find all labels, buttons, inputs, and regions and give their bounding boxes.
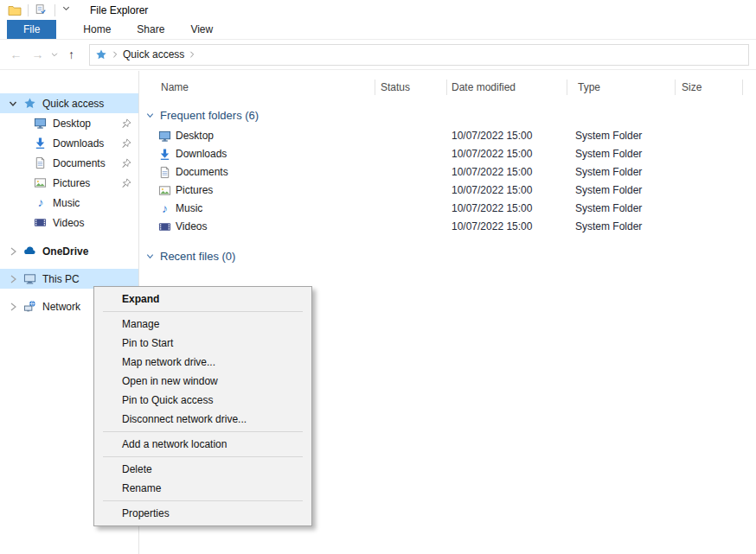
sidebar-item-quick-access[interactable]: Quick access [0,93,138,113]
context-menu-item-pin-to-quick-access[interactable]: Pin to Quick access [94,391,311,410]
titlebar: File Explorer [0,0,756,20]
tab-home[interactable]: Home [70,20,124,39]
documents-icon [158,166,171,179]
row-type: System Folder [575,130,642,142]
folder-icon[interactable] [8,3,22,17]
row-type: System Folder [575,148,642,160]
section-chevron-down-icon[interactable] [145,252,155,261]
context-menu-separator [103,431,303,432]
context-menu-separator [103,500,303,501]
network-icon [23,300,37,314]
up-button[interactable]: ↑ [61,44,82,65]
recent-files-header[interactable]: Recent files (0) [145,250,756,263]
row-type: System Folder [575,184,642,196]
row-date-modified: 10/07/2022 15:00 [452,202,532,214]
sidebar-item-label: Quick access [42,98,104,110]
sidebar-item-documents[interactable]: Documents [0,153,138,173]
sidebar-item-music[interactable]: ♪ Music [0,193,138,213]
videos-icon [158,220,171,233]
collapse-chevron-icon[interactable] [8,274,18,284]
context-menu-item-disconnect-network-drive[interactable]: Disconnect network drive... [94,410,311,429]
pin-icon [121,178,131,188]
titlebar-separator [54,4,55,16]
downloads-icon [158,148,171,161]
table-row[interactable]: Documents 10/07/2022 15:00 System Folder [139,163,756,181]
sidebar-item-label: Network [42,301,80,313]
row-name: Desktop [176,130,214,142]
context-menu-item-properties[interactable]: Properties [94,504,311,523]
section-title: Recent files (0) [160,250,235,263]
chevron-down-icon [50,50,59,59]
row-type: System Folder [575,220,642,232]
collapse-chevron-icon[interactable] [8,302,18,312]
tab-share[interactable]: Share [124,20,177,39]
table-row[interactable]: Videos 10/07/2022 15:00 System Folder [139,218,756,236]
customize-toolbar-chevron-icon[interactable] [61,3,75,17]
row-name: Downloads [176,148,227,160]
context-menu-item-delete[interactable]: Delete [94,460,311,479]
column-divider[interactable] [446,80,447,95]
quick-toolbar-properties-icon[interactable] [35,3,48,17]
context-menu-item-pin-to-start[interactable]: Pin to Start [94,334,311,353]
context-menu-item-add-network-location[interactable]: Add a network location [94,435,311,454]
collapse-chevron-icon[interactable] [8,246,18,257]
expand-chevron-icon[interactable] [8,99,18,109]
column-header-status[interactable]: Status [381,81,410,93]
sidebar-item-desktop[interactable]: Desktop [0,113,138,133]
context-menu-item-manage[interactable]: Manage [94,315,311,334]
row-name: Pictures [176,184,213,196]
quick-access-star-icon [23,97,37,111]
window-title: File Explorer [90,4,148,16]
forward-button[interactable]: → [27,44,48,65]
back-button[interactable]: ← [5,44,27,65]
row-type: System Folder [575,166,642,178]
sidebar-item-pictures[interactable]: Pictures [0,173,138,193]
tab-view[interactable]: View [177,20,226,39]
column-header-size[interactable]: Size [682,81,702,93]
sidebar-item-label: Videos [53,217,84,229]
column-divider[interactable] [742,80,743,95]
column-header-date-modified[interactable]: Date modified [452,81,516,93]
context-menu-separator [103,456,303,457]
context-menu-item-expand[interactable]: Expand [94,290,311,309]
sidebar-item-label: This PC [42,273,80,285]
sidebar-item-downloads[interactable]: Downloads [0,133,138,153]
breadcrumb-chevron-icon[interactable] [112,50,119,59]
pictures-icon [158,184,171,197]
this-pc-monitor-icon [23,272,37,286]
breadcrumb-quick-access[interactable]: Quick access [123,48,184,60]
column-divider[interactable] [375,80,375,95]
table-row[interactable]: Pictures 10/07/2022 15:00 System Folder [139,181,756,200]
sidebar-item-label: Downloads [53,137,104,150]
context-menu-item-open-in-new-window[interactable]: Open in new window [94,372,311,391]
sidebar-item-label: Documents [53,157,106,169]
pictures-icon [34,176,48,190]
downloads-icon [34,137,48,150]
row-name: Music [176,202,202,214]
table-row[interactable]: ♪ Music 10/07/2022 15:00 System Folder [139,200,756,218]
column-divider[interactable] [567,80,567,95]
titlebar-separator [28,4,29,16]
recent-locations-dropdown[interactable] [48,44,61,65]
column-divider[interactable] [675,80,676,95]
row-name: Documents [176,166,228,178]
address-input[interactable]: Quick access [89,44,749,66]
up-arrow-icon: ↑ [68,48,74,61]
context-menu-item-rename[interactable]: Rename [94,479,311,498]
column-header-type[interactable]: Type [578,81,600,93]
address-bar: ← → ↑ Quick access [0,40,756,70]
sidebar-item-onedrive[interactable]: OneDrive [0,241,138,261]
column-header-name[interactable]: Name [161,81,189,93]
table-row[interactable]: Downloads 10/07/2022 15:00 System Folder [139,145,756,163]
frequent-folders-header[interactable]: Frequent folders (6) [145,109,756,122]
sidebar-item-videos[interactable]: Videos [0,213,138,232]
section-chevron-down-icon[interactable] [145,111,155,120]
table-row[interactable]: Desktop 10/07/2022 15:00 System Folder [139,127,756,145]
videos-icon [34,216,48,230]
tab-file[interactable]: File [7,20,56,39]
context-menu-item-map-network-drive[interactable]: Map network drive... [94,353,311,372]
ribbon-tab-bar: File Home Share View [0,20,756,40]
row-date-modified: 10/07/2022 15:00 [452,166,532,178]
column-header-row: Name Status Date modified Type Size [139,78,756,99]
breadcrumb-chevron-icon[interactable] [189,50,195,59]
